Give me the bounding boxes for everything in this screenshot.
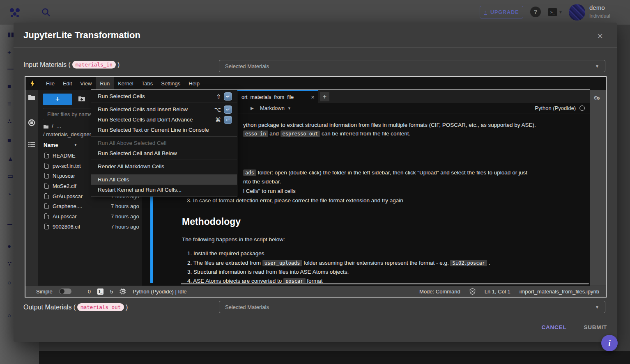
menu-settings[interactable]: Settings (157, 77, 184, 90)
new-folder-icon[interactable] (78, 95, 85, 102)
statusbar-filename: import_materials_from_files.ipynb (520, 288, 599, 295)
file-browser-icon[interactable] (28, 94, 35, 101)
run-icon[interactable]: ▶ (251, 106, 254, 110)
materials-in-chip: materials_in (72, 61, 116, 69)
menu-separator (91, 103, 237, 103)
output-materials-select[interactable]: Selected Materials ▼ (219, 301, 605, 313)
terminal-icon: >_ (548, 8, 557, 16)
name-column-header[interactable]: Name (44, 142, 58, 148)
new-tab-button[interactable]: + (320, 92, 329, 101)
materials-out-chip: materials_out (77, 303, 124, 311)
search-icon[interactable] (41, 7, 51, 17)
menu-item-run-cell-and-below[interactable]: Run Selected Cell and All Below (91, 148, 237, 158)
kernel-status-text[interactable]: Python (Pyodide) | Idle (133, 288, 186, 295)
dialog-title: JupyterLite Transformation (23, 30, 140, 41)
menu-item-restart-and-run-all[interactable]: Restart Kernel and Run All Cells... (91, 185, 237, 195)
horizontal-scrollbar[interactable] (181, 283, 589, 284)
breadcrumb-ellipsis[interactable]: … (56, 123, 62, 129)
file-row[interactable]: 9002806.cif7 hours ago (38, 222, 142, 231)
output-materials-text: Output Materials ( (23, 304, 76, 311)
screen: ↑ UPGRADE ? >_ ▼ demo Individual ▮▮ + — … (0, 0, 630, 364)
menu-item-run-insert-below[interactable]: Run Selected Cells and Insert Below ⌥↵ (91, 104, 237, 114)
methodology-heading: Methodology (182, 216, 241, 227)
md-text: nto the sidebar. (243, 178, 281, 186)
shift-icon: ⇧ (216, 93, 221, 100)
dialog-actions: CANCEL SUBMIT (14, 324, 607, 330)
md-list-item: 3. In case of format detection error, pl… (187, 197, 403, 205)
help-icon[interactable]: ? (530, 7, 541, 17)
app-topbar: ↑ UPGRADE ? >_ ▼ demo Individual (0, 0, 630, 25)
file-icon (44, 163, 49, 169)
brand-logo-icon[interactable] (8, 6, 21, 19)
cursor-position[interactable]: Ln 1, Col 1 (485, 288, 510, 295)
terminal-count[interactable]: 5 (110, 288, 113, 295)
menu-item-run-selected-cells[interactable]: Run Selected Cells ⇧↵ (91, 91, 237, 101)
breadcrumb-root[interactable]: / (52, 123, 53, 129)
cell-type-dropdown[interactable]: Markdown ▼ (260, 105, 291, 111)
select-placeholder: Selected Materials (225, 63, 269, 69)
cancel-button[interactable]: CANCEL (541, 324, 566, 330)
console-menu-button[interactable]: >_ ▼ (548, 8, 563, 16)
md-text: The following happens in the script belo… (182, 236, 285, 244)
workspace-background (39, 351, 630, 364)
menu-view[interactable]: View (76, 77, 96, 90)
command-icon: ⌘ (215, 117, 221, 123)
enter-key-icon: ↵ (224, 92, 232, 101)
menu-kernel[interactable]: Kernel (114, 77, 138, 90)
input-materials-select[interactable]: Selected Materials ▼ (219, 60, 605, 72)
active-cell-collapser[interactable] (150, 196, 153, 283)
close-icon[interactable]: × (597, 32, 603, 41)
menu-item-run-all-above: Run All Above Selected Cell (91, 138, 237, 148)
menu-edit[interactable]: Edit (59, 77, 76, 90)
mode-indicator: Mode: Command (419, 288, 460, 295)
breadcrumb[interactable]: / … (43, 123, 62, 129)
menu-separator (91, 160, 237, 160)
menu-item-run-all-cells[interactable]: Run All Cells (91, 174, 237, 185)
kernel-indicator[interactable]: Python (Pyodide) (535, 105, 585, 111)
jupyter-statusbar: Simple 0 $_ 5 (25, 286, 606, 297)
new-launcher-button[interactable]: + (43, 94, 72, 105)
chevron-down-icon: ▼ (287, 106, 291, 110)
file-icon (44, 213, 49, 219)
submit-button[interactable]: SUBMIT (584, 324, 607, 330)
paren: ) (117, 61, 120, 69)
upgrade-button[interactable]: ↑ UPGRADE (480, 6, 523, 18)
kernel-count[interactable]: 0 (88, 288, 91, 295)
avatar[interactable] (569, 4, 585, 21)
jupyter-activity-bar (25, 90, 38, 286)
output-materials-label: Output Materials ( materials_out ) (23, 303, 128, 311)
md-list-item: 2. The files are extracted from user_upl… (187, 259, 490, 267)
running-kernels-icon[interactable] (28, 119, 35, 126)
file-row[interactable]: Graphene....7 hours ago (38, 201, 142, 211)
notebook-tab[interactable]: ort_materials_from_file × (237, 90, 318, 103)
trust-shield-icon[interactable] (469, 288, 476, 295)
tab-close-icon[interactable]: × (311, 94, 315, 101)
menu-item-render-all-markdown[interactable]: Render All Markdown Cells (91, 161, 237, 172)
menu-tabs[interactable]: Tabs (138, 77, 157, 90)
md-list-item: 3. Structural information is read from f… (187, 268, 349, 276)
inline-code: esso-in (243, 130, 268, 137)
menu-file[interactable]: File (42, 77, 59, 90)
property-inspector-icon[interactable]: ⚙⚙ (593, 94, 600, 101)
file-row[interactable]: Au.poscar7 hours ago (38, 211, 142, 221)
jupyterlite-transformation-dialog: JupyterLite Transformation × Input Mater… (14, 23, 617, 342)
md-list-item: 1. Install the required packages (187, 250, 264, 258)
menu-item-run-text-in-console[interactable]: Run Selected Text or Current Line in Con… (91, 125, 237, 135)
file-icon (44, 203, 49, 209)
menu-help[interactable]: Help (184, 77, 204, 90)
file-icon (44, 183, 49, 189)
cell-type-value: Markdown (260, 105, 285, 111)
simple-mode-toggle[interactable] (59, 288, 71, 294)
jupyterlite-frame: File Edit View Run Kernel Tabs Settings … (25, 76, 607, 298)
menu-item-run-dont-advance[interactable]: Run Selected Cells and Don't Advance ⌘↵ (91, 114, 237, 125)
enter-key-icon: ↵ (224, 116, 232, 124)
tab-title: ort_materials_from_file (241, 94, 294, 100)
menu-run[interactable]: Run (96, 77, 114, 90)
md-text: ython package to extract structural info… (243, 121, 536, 129)
file-icon (44, 193, 49, 199)
info-fab-button[interactable]: i (601, 335, 618, 351)
simple-label: Simple (36, 288, 53, 295)
table-of-contents-icon[interactable] (28, 141, 35, 148)
caret-down-icon: ▼ (595, 305, 599, 309)
divider (14, 47, 617, 48)
